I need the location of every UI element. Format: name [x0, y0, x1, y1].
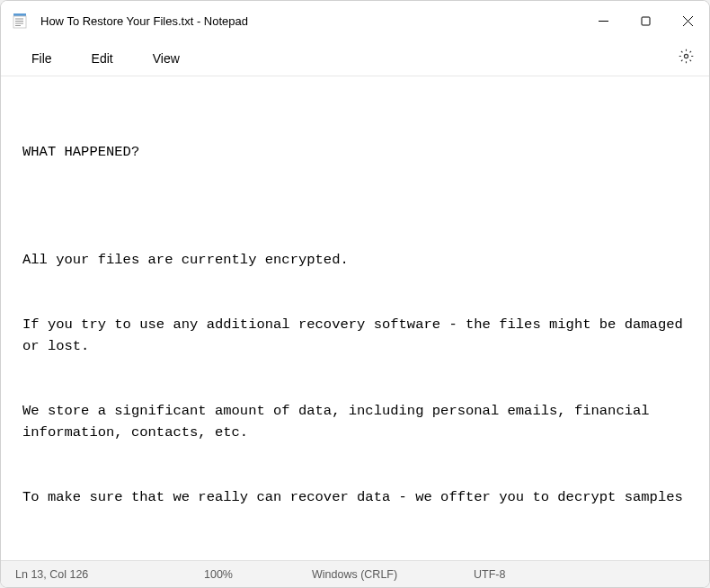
- text-line: All your files are currently encrypted.: [22, 249, 688, 271]
- text-line: To make sure that we really can recover …: [22, 486, 688, 508]
- text-editor[interactable]: WHAT HAPPENED? All your files are curren…: [1, 76, 709, 560]
- notepad-window: How To Restore Your Files.txt - Notepad …: [0, 0, 710, 588]
- notepad-icon: [12, 13, 28, 29]
- status-encoding: UTF-8: [474, 568, 559, 581]
- menu-edit[interactable]: Edit: [75, 46, 129, 71]
- svg-point-10: [684, 54, 688, 58]
- svg-rect-1: [13, 16, 26, 28]
- svg-rect-7: [642, 17, 650, 25]
- gear-icon: [679, 49, 694, 67]
- close-button[interactable]: [667, 1, 709, 40]
- menubar: File Edit View: [1, 40, 709, 76]
- minimize-button[interactable]: [582, 1, 625, 40]
- menu-file[interactable]: File: [15, 46, 68, 71]
- titlebar: How To Restore Your Files.txt - Notepad: [1, 1, 709, 40]
- window-title: How To Restore Your Files.txt - Notepad: [40, 14, 582, 28]
- svg-rect-0: [13, 13, 26, 16]
- text-line: WHAT HAPPENED?: [22, 141, 688, 163]
- window-controls: [582, 1, 709, 40]
- status-zoom: 100%: [204, 568, 312, 581]
- statusbar: Ln 13, Col 126 100% Windows (CRLF) UTF-8: [1, 560, 709, 587]
- text-line: We store a significant amount of data, i…: [22, 400, 688, 443]
- text-line: If you try to use any additional recover…: [22, 314, 688, 357]
- settings-button[interactable]: [670, 42, 702, 75]
- status-position: Ln 13, Col 126: [15, 568, 204, 581]
- maximize-button[interactable]: [625, 1, 667, 40]
- menu-view[interactable]: View: [137, 46, 196, 71]
- status-line-ending: Windows (CRLF): [312, 568, 474, 581]
